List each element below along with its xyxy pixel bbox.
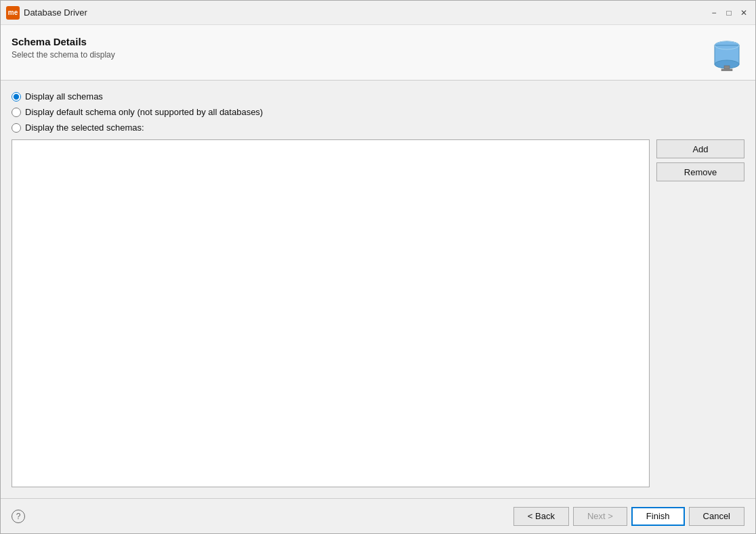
- radio-all-schemas[interactable]: Display all schemas: [12, 91, 744, 102]
- radio-default-schema[interactable]: Display default schema only (not support…: [12, 107, 744, 117]
- radio-group: Display all schemas Display default sche…: [12, 91, 744, 133]
- close-button[interactable]: ✕: [738, 7, 750, 19]
- minimize-button[interactable]: −: [708, 7, 720, 19]
- maximize-button[interactable]: □: [723, 7, 735, 19]
- radio-all-input[interactable]: [12, 92, 21, 102]
- add-button[interactable]: Add: [656, 139, 744, 158]
- title-bar-left: me Database Driver: [6, 6, 87, 20]
- side-buttons: Add Remove: [656, 139, 744, 487]
- radio-default-label: Display default schema only (not support…: [25, 107, 263, 117]
- schema-list[interactable]: [12, 139, 650, 487]
- title-bar: me Database Driver − □ ✕: [1, 1, 755, 25]
- header-section: Schema Details Select the schema to disp…: [1, 25, 755, 81]
- radio-selected-schemas[interactable]: Display the selected schemas:: [12, 123, 744, 133]
- finish-button[interactable]: Finish: [631, 507, 685, 526]
- main-window: me Database Driver − □ ✕ Schema Details …: [0, 0, 756, 534]
- app-icon: me: [6, 6, 20, 20]
- radio-selected-input[interactable]: [12, 123, 21, 133]
- schema-title: Schema Details: [12, 36, 115, 47]
- help-button[interactable]: ?: [12, 510, 25, 523]
- window-title: Database Driver: [24, 7, 87, 18]
- back-button[interactable]: < Back: [513, 507, 569, 526]
- radio-default-input[interactable]: [12, 108, 21, 117]
- footer: ? < Back Next > Finish Cancel: [1, 498, 755, 533]
- content-area: Schema Details Select the schema to disp…: [1, 25, 755, 533]
- header-text: Schema Details Select the schema to disp…: [12, 36, 115, 60]
- database-icon: [709, 36, 744, 73]
- svg-rect-4: [721, 69, 732, 71]
- schema-area: Add Remove: [12, 139, 744, 487]
- radio-all-label: Display all schemas: [25, 91, 103, 102]
- body-section: Display all schemas Display default sche…: [1, 81, 755, 498]
- next-button[interactable]: Next >: [573, 507, 627, 526]
- cancel-button[interactable]: Cancel: [689, 507, 744, 526]
- radio-selected-label: Display the selected schemas:: [25, 123, 144, 133]
- footer-buttons: < Back Next > Finish Cancel: [513, 507, 744, 526]
- schema-subtitle: Select the schema to display: [12, 50, 115, 60]
- title-controls: − □ ✕: [708, 7, 750, 19]
- remove-button[interactable]: Remove: [656, 162, 744, 181]
